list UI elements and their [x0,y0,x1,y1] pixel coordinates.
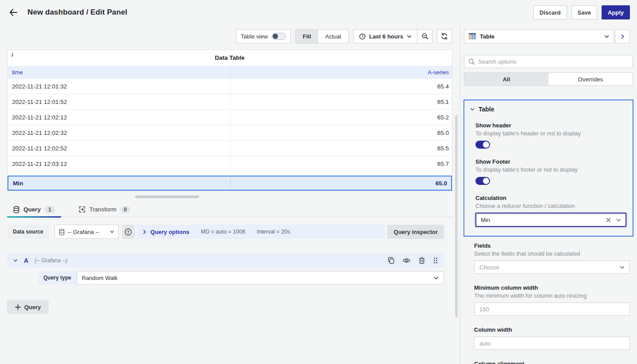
table-section-title: Table [479,106,494,113]
table-row: 2022-11-21 12:02:5265.5 [8,141,452,156]
min-col-width-input[interactable] [474,303,630,316]
cell-time: 2022-11-21 12:02:12 [8,110,230,125]
tab-query-label: Query [23,206,41,213]
arrow-left-icon [8,8,18,17]
size-mode-group: Fill Actual [295,29,349,43]
footer-value: 65.0 [230,176,451,190]
zoom-out-button[interactable] [417,30,432,43]
chevron-down-icon [110,230,114,233]
filter-all[interactable]: All [464,73,548,85]
horizontal-scrollbar-thumb[interactable] [135,195,199,198]
editor-tabs: Query 1 Transform 0 [7,202,453,217]
apply-button[interactable]: Apply [602,5,630,19]
fields-placeholder: Choose [479,264,499,271]
query-options-interval: Interval = 20s [257,229,290,235]
footer-label: Min [8,176,230,190]
query-type-label: Query type [38,271,77,284]
show-footer-toggle[interactable] [475,177,490,185]
show-header-desc: To display table's header or not to disp… [475,130,626,137]
cell-time: 2022-11-21 12:01:52 [8,94,230,109]
table-section-header[interactable]: Table [468,106,626,113]
chevron-down-icon[interactable] [616,218,621,222]
calculation-select[interactable]: Min [475,213,626,227]
column-header-a-series[interactable]: A-series [230,66,453,79]
clock-icon [359,33,366,40]
chevron-down-icon [620,266,625,269]
data-table-panel: i Data Table time A-series 2022-11-21 12… [7,50,452,191]
col-width-label: Column width [474,326,630,333]
visualization-name: Table [480,33,494,40]
table-view-group: Table view [236,29,291,43]
column-header-time[interactable]: time [8,66,230,79]
show-header-toggle[interactable] [475,141,490,149]
panel-info-icon[interactable]: i [12,51,13,58]
calculation-label: Calculation [475,195,626,201]
back-button[interactable] [7,6,19,19]
query-options-expander[interactable]: Query options [143,229,189,235]
fill-option[interactable]: Fill [296,30,318,43]
datasource-value: -- Grafana -- [68,229,100,235]
chevron-down-icon [13,259,18,262]
collapse-pane-button[interactable] [615,29,630,43]
options-search [464,55,633,68]
actual-option[interactable]: Actual [318,30,348,43]
min-col-width-desc: The minimum width for column auto resizi… [474,292,630,299]
query-type-select[interactable]: Random Walk [77,271,444,284]
database-icon [59,229,65,235]
table-view-toggle[interactable] [272,33,286,40]
col-width-input[interactable] [474,337,630,350]
query-count-badge: 1 [45,206,55,213]
tab-query[interactable]: Query 1 [7,202,61,217]
chevron-down-icon [434,276,439,280]
clear-icon[interactable] [606,218,611,222]
show-footer-desc: To display table's footer or not to disp… [475,166,626,173]
fields-select[interactable]: Choose [474,261,630,274]
cell-time: 2022-11-21 12:02:52 [8,141,230,156]
cell-value: 65.2 [230,110,453,125]
visualization-select[interactable]: Table [464,29,614,43]
transform-count-badge: 0 [120,206,131,213]
time-range-picker[interactable]: Last 6 hours [354,33,417,40]
table-row: 2022-11-21 12:02:3265.0 [8,125,452,141]
cell-value: 65.1 [230,94,453,109]
query-inspector-button[interactable]: Query inspector [387,225,444,239]
table-row: 2022-11-21 12:01:3265.4 [8,79,452,94]
query-ref-datasource: (-- Grafana --) [35,257,67,264]
table-row: 2022-11-21 12:03:1265.7 [8,156,452,172]
datasource-row: Data source -- Grafana -- ? [7,225,444,239]
datasource-help-button[interactable]: ? [122,225,135,239]
filter-overrides[interactable]: Overrides [548,73,633,85]
eye-icon[interactable] [403,258,410,263]
cell-value: 65.4 [230,79,453,94]
discard-button[interactable]: Discard [533,5,567,19]
col-alignment-label: Column alignment [474,360,630,364]
save-button[interactable]: Save [571,5,597,19]
cell-value: 65.7 [230,156,453,171]
query-options-strip: Query options MD = auto = 1008 Interval … [137,225,386,239]
time-range-label: Last 6 hours [369,33,403,40]
chevron-down-icon [407,35,412,38]
refresh-icon [441,33,448,40]
query-card-header[interactable]: A (-- Grafana --) [7,253,444,268]
table-viz-icon [469,33,476,39]
drag-handle-icon[interactable] [433,257,438,264]
options-search-input[interactable] [478,58,629,65]
fields-desc: Select the fields that should be calcula… [474,250,630,257]
fields-label: Fields [474,242,630,249]
duplicate-icon[interactable] [388,257,394,264]
cell-value: 65.0 [230,125,453,140]
panel-toolbar: Table view Fill Actual Last 6 hours [236,29,452,43]
add-query-button[interactable]: Query [7,300,49,314]
trash-icon[interactable] [419,257,425,264]
main-area: Table view Fill Actual Last 6 hours [0,25,460,364]
plus-icon [15,304,21,310]
query-options-md: MD = auto = 1008 [201,229,245,235]
cell-time: 2022-11-21 12:03:12 [8,156,230,171]
help-icon: ? [124,228,132,236]
refresh-button[interactable] [437,29,452,43]
table-header-row: time A-series [8,66,452,79]
svg-text:?: ? [127,230,130,234]
tab-transform[interactable]: Transform 0 [73,202,137,217]
vertical-scrollbar-thumb[interactable] [455,115,458,317]
datasource-select[interactable]: -- Grafana -- [54,225,119,239]
